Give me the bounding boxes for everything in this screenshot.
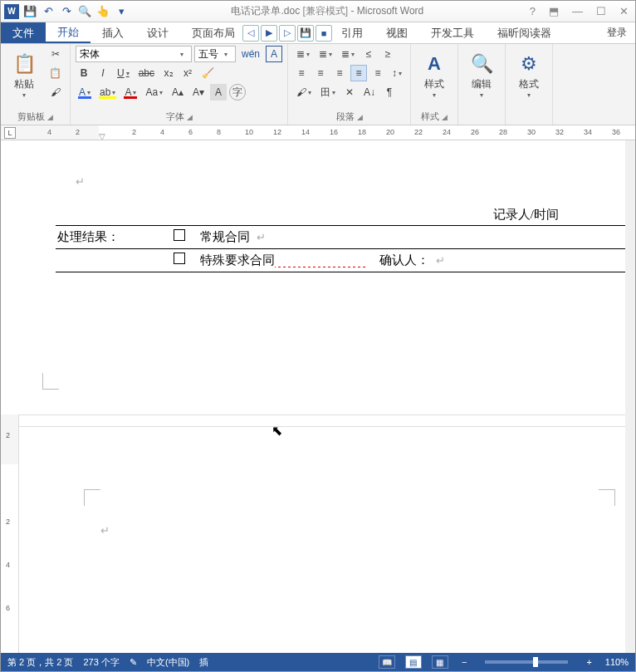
qat-preview[interactable]: 🔍 <box>77 4 92 19</box>
zoom-level[interactable]: 110% <box>605 657 629 667</box>
bold-button[interactable]: B <box>76 65 92 81</box>
char-border-button[interactable]: A <box>266 46 282 62</box>
font-size-combo[interactable]: 五号▾ <box>194 46 236 62</box>
checkbox-2[interactable] <box>174 253 185 264</box>
tab-selector[interactable]: L <box>4 127 16 139</box>
zoom-in-button[interactable]: + <box>583 657 594 667</box>
font-launcher[interactable]: ◢ <box>187 113 193 121</box>
zoom-thumb[interactable] <box>533 657 538 667</box>
addin-prev[interactable]: ◁ <box>242 25 259 42</box>
tab-home[interactable]: 开始 <box>46 22 91 43</box>
shading-button[interactable]: 🖌▾ <box>293 84 315 101</box>
status-proofing-icon[interactable]: ✎ <box>130 657 137 668</box>
tab-references[interactable]: 引用 <box>330 22 374 43</box>
bullets-button[interactable]: ≣▾ <box>293 46 313 62</box>
text-effects-button[interactable]: A▾ <box>76 84 94 101</box>
enclose-char-button[interactable]: 字 <box>229 84 246 101</box>
find-button[interactable]: 🔍编辑▾ <box>463 46 500 104</box>
minimize-button[interactable]: — <box>569 5 586 17</box>
cut-button[interactable]: ✂ <box>46 46 65 62</box>
superscript-button[interactable]: x² <box>179 65 196 81</box>
shrink-font-button[interactable]: A▾ <box>189 84 208 101</box>
numbering-button[interactable]: ≣▾ <box>316 46 335 62</box>
borders-button[interactable]: 田▾ <box>317 84 339 101</box>
qat-undo[interactable]: ↶ <box>41 4 56 19</box>
copy-button[interactable]: 📋 <box>46 65 65 81</box>
align-center-button[interactable]: ≡ <box>312 65 329 81</box>
view-print-button[interactable]: ▤ <box>405 655 422 669</box>
styles-button[interactable]: A样式▾ <box>416 46 453 104</box>
font-name-value: 宋体 <box>80 47 100 61</box>
tab-view[interactable]: 视图 <box>374 22 419 43</box>
sort-button[interactable]: A↓ <box>360 84 379 101</box>
ruler-vertical[interactable]: 2246 <box>1 414 19 653</box>
close-button[interactable]: ✕ <box>616 5 632 17</box>
line-spacing-button[interactable]: ↕▾ <box>389 65 405 81</box>
format-button[interactable]: ⚙格式▾ <box>511 46 547 104</box>
increase-indent-button[interactable]: ≥ <box>379 46 396 62</box>
align-left-button[interactable]: ≡ <box>293 65 310 81</box>
clipboard-launcher[interactable]: ◢ <box>47 113 53 121</box>
ruler-tick: 2 <box>76 128 80 136</box>
status-insert[interactable]: 插 <box>199 656 208 669</box>
tab-layout[interactable]: 页面布局 <box>180 22 247 43</box>
tab-file[interactable]: 文件 <box>1 22 46 43</box>
checkbox-1[interactable] <box>174 229 185 241</box>
qat-save[interactable]: 💾 <box>22 4 37 19</box>
view-read-button[interactable]: 📖 <box>379 655 395 669</box>
format-painter-button[interactable]: 🖌 <box>46 84 65 101</box>
addin-next[interactable]: ▷ <box>279 25 296 42</box>
doc-table-body: 处理结果： 常规合同↵ 特殊要求合同 确认人： ↵ <box>56 225 625 272</box>
clear-format-button[interactable]: 🧹 <box>198 65 218 81</box>
indent-marker[interactable]: ▽ <box>99 132 105 140</box>
view-web-button[interactable]: ▦ <box>432 655 448 669</box>
change-case-button[interactable]: Aa▾ <box>142 84 166 101</box>
tab-design[interactable]: 设计 <box>135 22 180 43</box>
italic-button[interactable]: I <box>95 65 111 81</box>
document-area[interactable]: ↵ 记录人/时间 处理结果： 常规合同↵ 特殊要求合同 确认人： ↵ <box>1 140 635 653</box>
subscript-button[interactable]: x₂ <box>160 65 177 81</box>
tab-developer[interactable]: 开发工具 <box>419 22 486 43</box>
qat-more[interactable]: ▾ <box>114 4 129 19</box>
status-page[interactable]: 第 2 页，共 2 页 <box>7 656 73 669</box>
phonetic-guide-button[interactable]: wén <box>238 46 263 62</box>
maximize-button[interactable]: ☐ <box>593 5 609 17</box>
show-marks-button[interactable]: ¶ <box>381 84 398 101</box>
addin-play[interactable]: ▶ <box>261 25 277 42</box>
distributed-button[interactable]: ≡ <box>369 65 386 81</box>
page-gap-top <box>19 414 625 415</box>
align-right-button[interactable]: ≡ <box>331 65 348 81</box>
addin-save[interactable]: 💾 <box>297 25 314 42</box>
align-justify-button[interactable]: ≡ <box>350 65 367 81</box>
ruler-horizontal[interactable]: L ▽ 422468101214161820222426283032343638 <box>1 125 635 140</box>
decrease-indent-button[interactable]: ≤ <box>360 46 377 62</box>
multilevel-button[interactable]: ≣▾ <box>338 46 358 62</box>
grow-font-button[interactable]: A▴ <box>169 84 187 101</box>
font-name-combo[interactable]: 宋体▾ <box>76 46 192 62</box>
underline-button[interactable]: U▾ <box>114 65 133 81</box>
quick-access-toolbar: W 💾 ↶ ↷ 🔍 👆 ▾ <box>4 4 129 19</box>
ribbon-options-button[interactable]: ⬒ <box>545 5 562 17</box>
paste-button[interactable]: 📋 粘贴 ▾ <box>6 46 42 104</box>
font-color-button[interactable]: A▾ <box>121 84 139 101</box>
highlight-button[interactable]: ab▾ <box>96 84 119 101</box>
help-button[interactable]: ? <box>526 5 539 17</box>
snap-button[interactable]: ✕ <box>341 84 358 101</box>
tab-foxit[interactable]: 福昕阅读器 <box>486 22 563 43</box>
qat-touch[interactable]: 👆 <box>95 4 110 19</box>
qat-redo[interactable]: ↷ <box>59 4 74 19</box>
scrollbar-vertical[interactable] <box>625 140 635 653</box>
zoom-slider[interactable] <box>485 660 568 664</box>
page-corner <box>84 489 100 506</box>
login-link[interactable]: 登录 <box>599 22 635 43</box>
para-launcher[interactable]: ◢ <box>357 113 363 121</box>
title-bar: W 💾 ↶ ↷ 🔍 👆 ▾ 电话记录单.doc [兼容模式] - Microso… <box>1 1 635 22</box>
status-words[interactable]: 273 个字 <box>83 656 119 669</box>
char-shading-button[interactable]: A <box>210 84 227 101</box>
styles-launcher[interactable]: ◢ <box>442 113 448 121</box>
para-mark: ↵ <box>76 175 85 188</box>
status-language[interactable]: 中文(中国) <box>147 656 189 669</box>
zoom-out-button[interactable]: − <box>458 657 470 667</box>
tab-insert[interactable]: 插入 <box>91 22 135 43</box>
strike-button[interactable]: abc <box>135 65 158 81</box>
